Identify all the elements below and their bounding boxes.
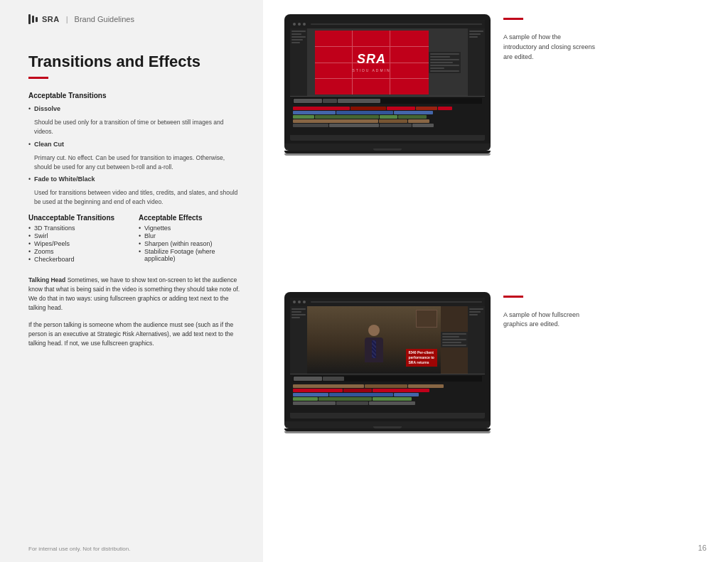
caption-block-1: A sample of how the introductory and clo…	[503, 14, 596, 63]
transitions-list: Dissolve	[28, 105, 242, 114]
list-item: 3D Transitions	[28, 225, 132, 232]
head	[368, 325, 380, 336]
list-item: Clean Cut	[28, 141, 242, 148]
list-item: Blur	[139, 232, 242, 239]
list-item: Wipes/Peels	[28, 240, 132, 247]
effects-col: Acceptable Effects Vignettes Blur Sharpe…	[139, 214, 242, 267]
list-item: Swirl	[28, 232, 132, 239]
grid-lines	[315, 31, 429, 94]
screen-inner-1: SRA STIDU ADMIN	[290, 20, 485, 141]
timeline-1	[290, 96, 485, 135]
effects-title: Acceptable Effects	[139, 214, 242, 222]
section-title: Transitions and Effects	[28, 53, 242, 71]
body-text-2: If the person talking is someone whom th…	[28, 320, 242, 349]
dot-4	[293, 301, 296, 303]
laptop-section-1: SRA STIDU ADMIN	[284, 14, 707, 271]
sidebar-left-1	[290, 28, 307, 96]
screen-center-2: 8340 Per-clientperformance toSRA returns	[307, 306, 468, 374]
dot-2	[298, 23, 301, 26]
right-panel: SRA STIDU ADMIN	[263, 0, 728, 562]
list-item: Checkerboard	[28, 256, 132, 263]
screen-center-1: SRA STIDU ADMIN	[307, 28, 468, 96]
sidebar-right-2	[468, 306, 485, 374]
timeline-bars-1	[293, 107, 482, 127]
sra-logo-icon	[28, 14, 38, 24]
transition-name: Dissolve	[34, 105, 60, 112]
two-col-section: Unacceptable Transitions 3D Transitions …	[28, 214, 242, 267]
page-number: 16	[698, 544, 707, 552]
dissolve-desc: Should be used only for a transition of …	[28, 118, 242, 136]
unacceptable-list: 3D Transitions Swirl Wipes/Peels Zooms C…	[28, 225, 132, 263]
text-overlay: 8340 Per-clientperformance toSRA returns	[406, 349, 437, 367]
screen-topbar-1	[290, 20, 485, 28]
body	[365, 337, 383, 362]
laptop-body-1: SRA STIDU ADMIN	[284, 14, 491, 156]
transitions-list-2: Clean Cut	[28, 141, 242, 149]
sidebar-left-2	[290, 306, 307, 374]
logo-separator: |	[66, 15, 68, 23]
transition-name-2: Clean Cut	[34, 141, 64, 148]
acceptable-transitions-title: Acceptable Transitions	[28, 92, 242, 99]
caption-1: A sample of how the introductory and clo…	[503, 26, 596, 63]
cleancut-desc: Primary cut. No effect. Can be used for …	[28, 153, 242, 172]
red-accent-1	[503, 18, 523, 20]
effects-list: Vignettes Blur Sharpen (within reason) S…	[139, 225, 242, 262]
brand-name: SRA	[42, 15, 60, 23]
video-frame: 8340 Per-clientperformance toSRA returns	[307, 306, 441, 374]
list-item: Fade to White/Black	[28, 175, 242, 183]
screen-outer-2: 8340 Per-clientperformance toSRA returns	[284, 292, 491, 421]
timeline-bars-2	[293, 384, 482, 405]
timeline-2	[290, 374, 485, 413]
list-item: Stabilize Footage (where applicable)	[139, 248, 242, 262]
bg-element	[416, 310, 437, 328]
screen-content-1: SRA STIDU ADMIN	[290, 28, 485, 96]
unacceptable-title: Unacceptable Transitions	[28, 214, 132, 222]
footer-text: For internal use only. Not for distribut…	[28, 546, 130, 552]
header-logo: SRA | Brand Guidelines	[28, 14, 242, 24]
transition-name-3: Fade to White/Black	[34, 175, 95, 183]
list-item: Dissolve	[28, 105, 242, 112]
screen-inner-2: 8340 Per-clientperformance toSRA returns	[290, 298, 485, 418]
props-right-1	[429, 52, 461, 73]
unacceptable-col: Unacceptable Transitions 3D Transitions …	[28, 214, 132, 267]
sidebar-right-1	[468, 28, 485, 96]
screen-outer-1: SRA STIDU ADMIN	[284, 14, 491, 144]
list-item: Sharpen (within reason)	[139, 240, 242, 247]
caption-2: A sample of how fullscreen graphics are …	[503, 303, 596, 330]
dot-3	[303, 23, 306, 26]
dot-6	[303, 301, 306, 303]
laptop-2: 8340 Per-clientperformance toSRA returns	[284, 292, 491, 433]
left-panel: SRA | Brand Guidelines Transitions and E…	[0, 0, 263, 562]
tie	[372, 340, 376, 358]
laptop-section-2: 8340 Per-clientperformance toSRA returns	[284, 292, 707, 549]
transitions-list-3: Fade to White/Black	[28, 175, 242, 184]
laptop-base-2	[284, 421, 491, 428]
screen-topbar-2	[290, 298, 485, 306]
caption-block-2: A sample of how fullscreen graphics are …	[503, 292, 596, 330]
laptop-1: SRA STIDU ADMIN	[284, 14, 491, 156]
fade-desc: Used for transitions between video and t…	[28, 188, 242, 207]
dot-1	[293, 23, 296, 26]
red-accent-2	[503, 296, 523, 298]
list-item: Vignettes	[139, 225, 242, 232]
laptop-base-1	[284, 144, 491, 151]
props-right-2	[441, 332, 468, 347]
screen-content-2: 8340 Per-clientperformance toSRA returns	[290, 306, 485, 374]
list-item: Zooms	[28, 248, 132, 255]
red-divider	[28, 77, 48, 79]
person	[365, 325, 383, 362]
body-text-1: Talking Head Sometimes, we have to show …	[28, 276, 242, 313]
laptop-body-2: 8340 Per-clientperformance toSRA returns	[284, 292, 491, 433]
brand-subtitle: Brand Guidelines	[75, 15, 134, 23]
sra-preview: SRA STIDU ADMIN	[315, 31, 429, 94]
dot-5	[298, 301, 301, 303]
